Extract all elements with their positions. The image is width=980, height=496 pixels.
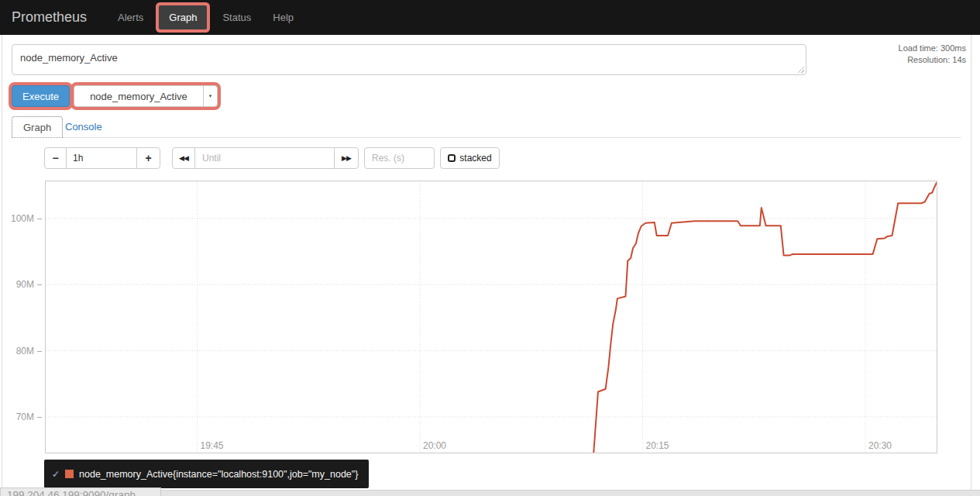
execute-button[interactable]: Execute — [12, 85, 70, 107]
chart-plot[interactable]: 19:4520:0020:1520:30 — [45, 181, 937, 453]
query-expression-input[interactable]: node_memory_Active — [12, 44, 806, 75]
y-axis-tick-mark — [37, 351, 42, 352]
check-icon: ✓ — [52, 469, 60, 480]
legend-item[interactable]: ✓ node_memory_Active{instance="localhost… — [44, 460, 369, 488]
load-time-text: Load time: 300ms — [899, 43, 966, 54]
resolution-text: Resolution: 14s — [899, 54, 966, 66]
y-axis-tick-mark — [37, 219, 42, 219]
tab-graph[interactable]: Graph — [12, 116, 63, 138]
series-label: node_memory_Active{instance="localhost:9… — [79, 469, 358, 480]
range-decrease-button[interactable]: − — [44, 147, 67, 169]
chart-svg — [46, 181, 937, 453]
nav-item-alerts[interactable]: Alerts — [107, 5, 154, 29]
status-url-tooltip: 199.204.46.199:9090/graph — [0, 487, 161, 496]
metric-dropdown[interactable]: node_memory_Active ▼ — [74, 85, 218, 107]
range-input[interactable] — [66, 147, 138, 169]
y-axis-tick-label: 70M — [16, 412, 34, 422]
until-input[interactable] — [194, 147, 335, 169]
status-url-text: 199.204.46.199:9090/graph — [1, 488, 160, 496]
caret-box: ▼ — [203, 86, 217, 106]
tab-divider — [12, 137, 961, 138]
top-navbar: Prometheus Alerts Graph Status Help — [0, 0, 980, 35]
y-axis-tick-label: 80M — [16, 346, 34, 356]
y-axis-tick-label: 100M — [11, 213, 34, 224]
y-axis-tick-mark — [37, 417, 42, 418]
nav-item-help[interactable]: Help — [262, 5, 304, 29]
x-axis-tick-label: 20:30 — [868, 440, 892, 451]
tab-console[interactable]: Console — [65, 121, 102, 133]
stacked-label: stacked — [459, 153, 491, 164]
x-axis-tick-label: 20:15 — [646, 440, 669, 451]
nav-item-graph[interactable]: Graph — [159, 5, 207, 29]
chevron-down-icon: ▼ — [208, 94, 213, 98]
range-increase-button[interactable]: + — [136, 147, 160, 169]
stacked-checkbox-icon — [448, 154, 456, 162]
brand-prometheus[interactable]: Prometheus — [12, 9, 87, 26]
y-axis-tick-label: 90M — [16, 279, 34, 290]
y-axis: 70M80M90M100M — [0, 181, 40, 453]
x-axis-tick-label: 19:45 — [201, 440, 224, 451]
y-axis-tick-mark — [37, 284, 42, 285]
query-stats: Load time: 300ms Resolution: 14s — [899, 43, 966, 66]
content-right-border — [971, 35, 971, 496]
metric-dropdown-value: node_memory_Active — [74, 91, 203, 102]
series-swatch-icon — [65, 470, 74, 478]
time-back-button[interactable]: ◀◀ — [172, 147, 195, 169]
resolution-input[interactable] — [364, 147, 435, 169]
stacked-toggle-button[interactable]: stacked — [440, 147, 500, 169]
time-forward-button[interactable]: ▶▶ — [334, 147, 359, 169]
x-axis-tick-label: 20:00 — [423, 440, 446, 451]
nav-item-status[interactable]: Status — [211, 5, 262, 29]
